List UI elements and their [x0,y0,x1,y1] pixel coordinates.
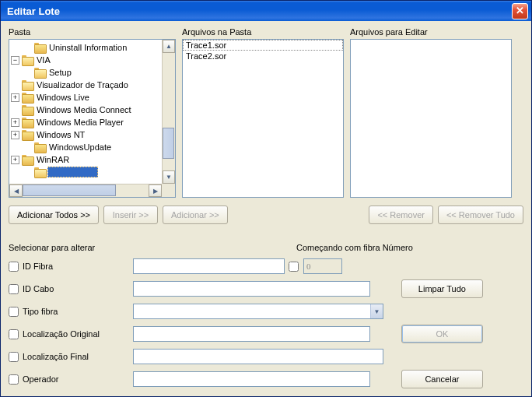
expand-icon[interactable]: + [11,118,19,127]
clear-all-button[interactable]: Limpar Tudo [401,279,483,298]
folder-icon [22,130,33,139]
chevron-down-icon[interactable]: ▼ [370,304,383,318]
tree-item-selected[interactable] [11,166,162,178]
folder-icon [22,155,33,164]
operador-input[interactable] [133,371,370,387]
tree-item[interactable]: Visualizador de Traçado [11,79,162,91]
remove-all-button[interactable]: << Remover Tudo [438,206,523,224]
list-item[interactable]: Trace2.sor [183,51,343,61]
id-cabo-input[interactable] [133,281,370,297]
scroll-right-button[interactable]: ▶ [149,184,162,197]
expand-icon[interactable]: + [11,156,19,164]
list-item[interactable]: Trace1.sor [183,40,343,51]
tipo-fibra-label: Tipo fibra [23,307,58,316]
files-to-edit-list[interactable] [350,39,512,198]
folder-icon [34,68,45,77]
tree-item[interactable]: +Windows Media Player [11,116,162,128]
loc-final-input[interactable] [133,349,383,364]
tree-item[interactable]: +WinRAR [11,153,162,166]
operador-check[interactable] [9,374,19,385]
folder-tree[interactable]: Uninstall Information−VIASetupVisualizad… [9,39,176,198]
folder-icon [34,43,45,52]
id-cabo-check[interactable] [9,284,19,294]
select-alter-label: Selecionar para alterar [9,243,523,252]
add-button[interactable]: Adicionar >> [163,206,228,224]
tree-item[interactable]: +Windows Live [11,91,162,104]
folder-icon [22,93,33,102]
folder-column-label: Pasta [9,27,176,37]
tree-item-label: Windows Media Player [35,118,125,127]
cancel-button[interactable]: Cancelar [401,370,483,388]
scroll-left-button[interactable]: ◀ [9,184,23,197]
tree-item[interactable]: WindowsUpdate [11,141,162,153]
start-fiber-checkbox[interactable] [289,262,299,272]
tree-item-label [47,167,98,177]
files-edit-label: Arquivos para Editar [350,27,512,37]
operador-checkbox[interactable]: Operador [9,374,133,385]
window-title: Editar Lote [7,5,512,17]
start-fiber-number[interactable] [303,258,342,274]
operador-label: Operador [23,374,58,384]
tree-item-label: WinRAR [35,155,71,164]
loc-final-label: Localização Final [23,352,89,361]
tree-item-label: VIA [35,55,52,65]
id-cabo-label: ID Cabo [23,284,54,293]
add-all-button[interactable]: Adicionar Todos >> [9,206,99,224]
files-folder-label: Arquivos na Pasta [182,27,344,37]
files-in-folder-list[interactable]: Trace1.sorTrace2.sor [182,39,344,198]
loc-orig-checkbox[interactable]: Localização Original [9,329,133,339]
tree-item[interactable]: Setup [11,66,162,79]
ok-button[interactable]: OK [401,325,483,343]
loc-final-checkbox[interactable]: Localização Final [9,352,133,362]
id-cabo-checkbox[interactable]: ID Cabo [9,284,133,294]
insert-button[interactable]: Inserir >> [103,206,158,224]
close-button[interactable]: ✕ [512,3,528,19]
loc-final-check[interactable] [9,352,19,362]
tree-item-label: Uninstall Information [47,43,128,52]
remove-button[interactable]: << Remover [369,206,433,224]
expand-icon[interactable]: + [11,131,19,139]
tree-item-label: Visualizador de Traçado [35,80,130,90]
tipo-fibra-combo[interactable] [133,304,383,319]
loc-orig-check[interactable] [9,329,19,339]
scroll-up-button[interactable]: ▲ [163,40,175,53]
tree-item-label: Setup [47,68,73,77]
folder-icon [22,55,33,65]
loc-orig-input[interactable] [133,326,370,342]
id-fibra-label: ID Fibra [23,262,53,271]
tree-item[interactable]: −VIA [11,54,162,66]
tree-item-label: Windows Media Connect [35,105,133,114]
loc-orig-label: Localização Original [23,329,100,339]
id-fibra-input[interactable] [133,258,285,274]
expand-icon[interactable]: + [11,93,19,102]
tree-item[interactable]: Windows Media Connect [11,104,162,116]
tree-item[interactable]: +Windows NT [11,128,162,141]
tree-item-label: Windows Live [35,93,91,102]
start-fiber-label: Começando com fibra Número [296,243,413,252]
tipo-fibra-check[interactable] [9,307,19,317]
scroll-down-button[interactable]: ▼ [163,170,175,184]
folder-icon [22,105,33,114]
id-fibra-checkbox[interactable]: ID Fibra [9,262,133,272]
tree-item-label: Windows NT [35,130,86,139]
collapse-icon[interactable]: − [11,56,19,65]
folder-icon [22,80,33,90]
tree-item[interactable]: Uninstall Information [11,41,162,54]
folder-icon [34,142,45,152]
tree-vertical-scrollbar[interactable]: ▲ ▼ [162,40,175,184]
tipo-fibra-checkbox[interactable]: Tipo fibra [9,307,133,317]
tree-item-label: WindowsUpdate [47,142,113,152]
titlebar[interactable]: Editar Lote ✕ [1,1,531,21]
tree-horizontal-scrollbar[interactable]: ◀ ▶ [9,184,162,197]
folder-icon [22,118,33,127]
folder-icon [34,167,45,177]
id-fibra-check[interactable] [9,262,19,272]
